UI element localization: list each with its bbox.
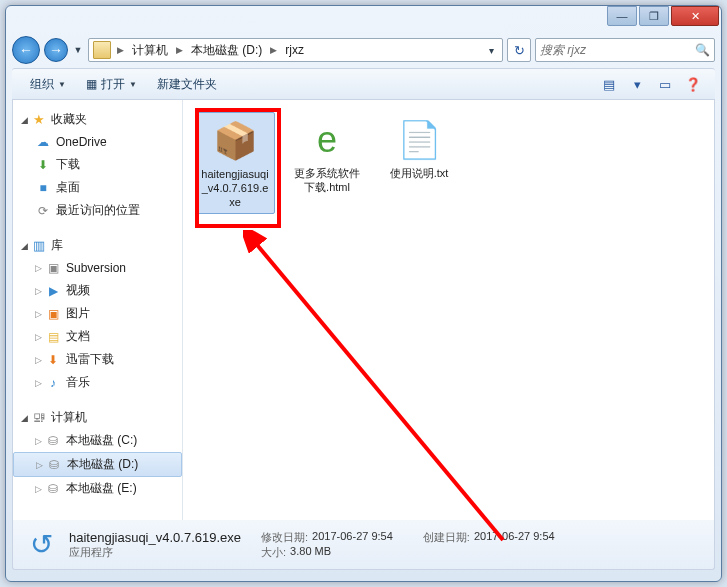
file-icon: 📦 bbox=[211, 117, 259, 165]
sidebar-item[interactable]: ▷▣Subversion bbox=[13, 257, 182, 279]
item-label: 桌面 bbox=[56, 179, 80, 196]
sidebar-item[interactable]: ▷▤文档 bbox=[13, 325, 182, 348]
file-list[interactable]: 📦haitengjiasuqi_v4.0.7.619.exee更多系统软件下载.… bbox=[183, 100, 714, 520]
item-label: 下载 bbox=[56, 156, 80, 173]
search-icon[interactable]: 🔍 bbox=[695, 43, 710, 57]
item-icon: ⛁ bbox=[45, 481, 61, 497]
favorites-group: ◢ ★ 收藏夹 ☁OneDrive⬇下载■桌面⟳最近访问的位置 bbox=[13, 108, 182, 222]
chevron-right-icon[interactable]: ▶ bbox=[172, 45, 187, 55]
search-input[interactable] bbox=[540, 43, 695, 57]
file-name: 使用说明.txt bbox=[390, 167, 449, 181]
item-label: 本地磁盘 (C:) bbox=[66, 432, 137, 449]
item-icon: ⛁ bbox=[46, 457, 62, 473]
breadcrumb-drive[interactable]: 本地磁盘 (D:) bbox=[187, 40, 266, 61]
preview-pane-button[interactable]: ▭ bbox=[653, 72, 677, 96]
expand-icon[interactable]: ▷ bbox=[35, 378, 45, 388]
item-icon: ♪ bbox=[45, 375, 61, 391]
toolbar: 组织▼ ▦打开▼ 新建文件夹 ▤ ▾ ▭ ❓ bbox=[12, 68, 715, 100]
libraries-group: ◢ ▥ 库 ▷▣Subversion▷▶视频▷▣图片▷▤文档▷⬇迅雷下载▷♪音乐 bbox=[13, 234, 182, 394]
open-button[interactable]: ▦打开▼ bbox=[78, 72, 145, 97]
annotation-arrow bbox=[243, 230, 523, 560]
item-label: 音乐 bbox=[66, 374, 90, 391]
sidebar-item[interactable]: ▷⬇迅雷下载 bbox=[13, 348, 182, 371]
item-icon: ☁ bbox=[35, 134, 51, 150]
breadcrumb-folder[interactable]: rjxz bbox=[281, 41, 308, 59]
details-pane: ↺ haitengjiasuqi_v4.0.7.619.exe 应用程序 修改日… bbox=[12, 520, 715, 570]
folder-icon bbox=[93, 41, 111, 59]
close-button[interactable]: ✕ bbox=[671, 6, 719, 26]
sidebar-item[interactable]: ☁OneDrive bbox=[13, 131, 182, 153]
organize-menu[interactable]: 组织▼ bbox=[22, 72, 74, 97]
sidebar-item[interactable]: ▷▣图片 bbox=[13, 302, 182, 325]
star-icon: ★ bbox=[31, 112, 47, 128]
refresh-button[interactable]: ↻ bbox=[507, 38, 531, 62]
expand-icon[interactable]: ▷ bbox=[35, 263, 45, 273]
search-box[interactable]: 🔍 bbox=[535, 38, 715, 62]
item-label: 本地磁盘 (E:) bbox=[66, 480, 137, 497]
item-icon: ⟳ bbox=[35, 203, 51, 219]
sidebar-item[interactable]: ▷⛁本地磁盘 (C:) bbox=[13, 429, 182, 452]
size-value: 3.80 MB bbox=[290, 545, 331, 560]
libraries-header[interactable]: ◢ ▥ 库 bbox=[13, 234, 182, 257]
computer-header[interactable]: ◢ 🖳 计算机 bbox=[13, 406, 182, 429]
created-value: 2017-06-27 9:54 bbox=[474, 530, 555, 545]
sidebar-item[interactable]: ▷♪音乐 bbox=[13, 371, 182, 394]
item-label: 本地磁盘 (D:) bbox=[67, 456, 138, 473]
breadcrumb-dropdown[interactable]: ▾ bbox=[483, 45, 500, 56]
item-icon: ▤ bbox=[45, 329, 61, 345]
file-icon: 📄 bbox=[395, 116, 443, 164]
navigation-pane[interactable]: ◢ ★ 收藏夹 ☁OneDrive⬇下载■桌面⟳最近访问的位置 ◢ ▥ 库 ▷▣… bbox=[13, 100, 183, 520]
breadcrumb-computer[interactable]: 计算机 bbox=[128, 40, 172, 61]
status-filename: haitengjiasuqi_v4.0.7.619.exe bbox=[69, 530, 241, 545]
expand-icon[interactable]: ▷ bbox=[35, 484, 45, 494]
expand-icon[interactable]: ▷ bbox=[35, 436, 45, 446]
breadcrumb-bar[interactable]: ▶ 计算机 ▶ 本地磁盘 (D:) ▶ rjxz ▾ bbox=[88, 38, 503, 62]
chevron-right-icon[interactable]: ▶ bbox=[266, 45, 281, 55]
view-dropdown[interactable]: ▾ bbox=[625, 72, 649, 96]
explorer-window: — ❐ ✕ ← → ▼ ▶ 计算机 ▶ 本地磁盘 (D:) ▶ rjxz ▾ ↻… bbox=[5, 5, 722, 582]
file-item[interactable]: e更多系统软件下载.html bbox=[287, 112, 367, 214]
expand-icon[interactable]: ▷ bbox=[35, 309, 45, 319]
chevron-right-icon[interactable]: ▶ bbox=[113, 45, 128, 55]
file-item[interactable]: 📦haitengjiasuqi_v4.0.7.619.exe bbox=[195, 112, 275, 214]
expand-icon[interactable]: ▷ bbox=[36, 460, 46, 470]
item-label: 视频 bbox=[66, 282, 90, 299]
help-button[interactable]: ❓ bbox=[681, 72, 705, 96]
item-icon: ▣ bbox=[45, 260, 61, 276]
item-label: Subversion bbox=[66, 261, 126, 275]
sidebar-item[interactable]: ▷▶视频 bbox=[13, 279, 182, 302]
favorites-header[interactable]: ◢ ★ 收藏夹 bbox=[13, 108, 182, 131]
item-label: 最近访问的位置 bbox=[56, 202, 140, 219]
file-item[interactable]: 📄使用说明.txt bbox=[379, 112, 459, 214]
item-icon: ⬇ bbox=[35, 157, 51, 173]
new-folder-button[interactable]: 新建文件夹 bbox=[149, 72, 225, 97]
sidebar-item[interactable]: ■桌面 bbox=[13, 176, 182, 199]
back-button[interactable]: ← bbox=[12, 36, 40, 64]
file-icon: e bbox=[303, 116, 351, 164]
status-filetype: 应用程序 bbox=[69, 545, 241, 560]
forward-button[interactable]: → bbox=[44, 38, 68, 62]
item-label: 图片 bbox=[66, 305, 90, 322]
expand-icon[interactable]: ▷ bbox=[35, 355, 45, 365]
sidebar-item[interactable]: ⟳最近访问的位置 bbox=[13, 199, 182, 222]
item-label: OneDrive bbox=[56, 135, 107, 149]
expand-icon[interactable]: ▷ bbox=[35, 286, 45, 296]
item-icon: ■ bbox=[35, 180, 51, 196]
view-options-button[interactable]: ▤ bbox=[597, 72, 621, 96]
item-label: 迅雷下载 bbox=[66, 351, 114, 368]
address-bar: ← → ▼ ▶ 计算机 ▶ 本地磁盘 (D:) ▶ rjxz ▾ ↻ 🔍 bbox=[6, 32, 721, 68]
item-label: 文档 bbox=[66, 328, 90, 345]
size-label: 大小: bbox=[261, 545, 286, 560]
created-label: 创建日期: bbox=[423, 530, 470, 545]
file-name: haitengjiasuqi_v4.0.7.619.exe bbox=[200, 168, 270, 209]
expand-icon[interactable]: ▷ bbox=[35, 332, 45, 342]
sidebar-item[interactable]: ▷⛁本地磁盘 (E:) bbox=[13, 477, 182, 500]
sidebar-item[interactable]: ⬇下载 bbox=[13, 153, 182, 176]
item-icon: ⬇ bbox=[45, 352, 61, 368]
file-type-icon: ↺ bbox=[23, 527, 59, 563]
nav-history-dropdown[interactable]: ▼ bbox=[72, 36, 84, 64]
sidebar-item[interactable]: ▷⛁本地磁盘 (D:) bbox=[13, 452, 182, 477]
maximize-button[interactable]: ❐ bbox=[639, 6, 669, 26]
body-area: ◢ ★ 收藏夹 ☁OneDrive⬇下载■桌面⟳最近访问的位置 ◢ ▥ 库 ▷▣… bbox=[12, 100, 715, 520]
minimize-button[interactable]: — bbox=[607, 6, 637, 26]
